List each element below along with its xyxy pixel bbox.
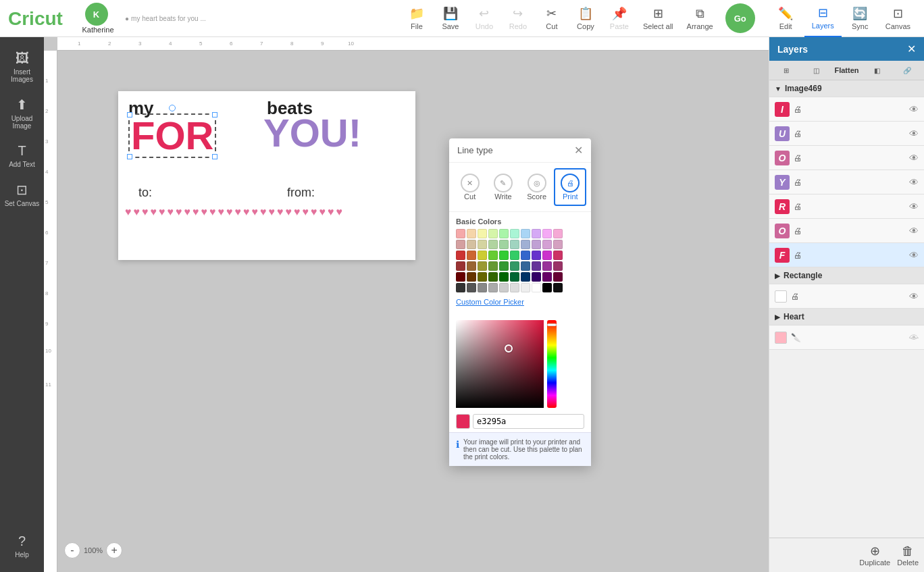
color-swatch[interactable] bbox=[499, 272, 509, 282]
sidebar-item-add-text[interactable]: T Add Text bbox=[0, 136, 44, 175]
color-swatch[interactable] bbox=[532, 229, 541, 238]
line-type-write[interactable]: ✎ Write bbox=[487, 168, 519, 206]
color-swatch[interactable] bbox=[542, 229, 552, 238]
color-swatch[interactable] bbox=[488, 272, 498, 282]
layer-item-heart[interactable]: 🔪 👁 bbox=[769, 326, 924, 350]
color-swatch[interactable] bbox=[510, 240, 519, 249]
color-swatch[interactable] bbox=[456, 229, 465, 238]
select-all-button[interactable]: ⊞ Select all bbox=[636, 0, 680, 37]
flatten-button[interactable]: Flatten bbox=[831, 63, 861, 77]
color-swatch[interactable] bbox=[532, 272, 541, 282]
color-swatch[interactable] bbox=[553, 240, 563, 249]
line-type-print[interactable]: 🖨 Print bbox=[554, 168, 586, 206]
layers-tool-3[interactable]: ◧ bbox=[863, 63, 892, 77]
layers-tool-1[interactable]: ⊞ bbox=[772, 63, 800, 77]
color-swatch[interactable] bbox=[488, 251, 498, 260]
color-swatch[interactable] bbox=[542, 261, 552, 271]
sidebar-item-set-canvas[interactable]: ⊡ Set Canvas bbox=[0, 175, 44, 214]
go-button[interactable]: Go bbox=[725, 3, 755, 33]
hex-input[interactable] bbox=[473, 414, 584, 429]
color-swatch[interactable] bbox=[456, 272, 465, 282]
undo-button[interactable]: ↩ Undo bbox=[467, 0, 501, 37]
color-swatch[interactable] bbox=[542, 272, 552, 282]
color-swatch[interactable] bbox=[467, 240, 476, 249]
color-swatch[interactable] bbox=[478, 261, 487, 271]
color-swatch[interactable] bbox=[499, 261, 509, 271]
color-swatch[interactable] bbox=[510, 251, 519, 260]
redo-button[interactable]: ↪ Redo bbox=[501, 0, 535, 37]
sync-button[interactable]: 🔄 Sync bbox=[842, 0, 879, 37]
eye-icon[interactable]: 👁 bbox=[909, 104, 919, 115]
eye-icon[interactable]: 👁 bbox=[909, 153, 919, 163]
color-swatch[interactable] bbox=[478, 240, 487, 249]
paste-button[interactable]: 📌 Paste bbox=[602, 0, 636, 37]
layer-item-Y[interactable]: Y 🖨 👁 bbox=[769, 170, 924, 194]
layer-item-I[interactable]: I 🖨 👁 bbox=[769, 97, 924, 122]
color-swatch[interactable] bbox=[467, 272, 476, 282]
line-type-cut[interactable]: ✕ Cut bbox=[454, 168, 486, 206]
layer-item-R[interactable]: R 🖨 👁 bbox=[769, 194, 924, 219]
edit-button[interactable]: ✏️ Edit bbox=[767, 0, 804, 37]
layer-group-heart[interactable]: ▶ Heart bbox=[769, 309, 924, 326]
color-gradient[interactable] bbox=[456, 320, 544, 408]
layer-item-F[interactable]: F 🖨 👁 bbox=[769, 243, 924, 267]
color-swatch[interactable] bbox=[542, 251, 552, 260]
color-swatch[interactable] bbox=[532, 283, 541, 292]
color-swatch[interactable] bbox=[488, 240, 498, 249]
color-swatch[interactable] bbox=[510, 261, 519, 271]
layer-item-U[interactable]: U 🖨 👁 bbox=[769, 122, 924, 146]
user-section[interactable]: K Katherine bbox=[78, 3, 118, 34]
popup-close-button[interactable]: ✕ bbox=[574, 144, 583, 157]
color-swatch[interactable] bbox=[532, 251, 541, 260]
color-swatch[interactable] bbox=[488, 261, 498, 271]
color-swatch[interactable] bbox=[510, 229, 519, 238]
color-swatch[interactable] bbox=[521, 251, 530, 260]
color-swatch[interactable] bbox=[478, 272, 487, 282]
copy-button[interactable]: 📋 Copy bbox=[569, 0, 602, 37]
color-swatch[interactable] bbox=[510, 272, 519, 282]
eye-icon[interactable]: 👁 bbox=[909, 250, 919, 261]
color-swatch[interactable] bbox=[553, 261, 563, 271]
custom-color-label[interactable]: Custom Color Picker bbox=[456, 298, 584, 306]
layer-item-O2[interactable]: O 🖨 👁 bbox=[769, 219, 924, 243]
color-swatch[interactable] bbox=[488, 283, 498, 292]
color-swatch[interactable] bbox=[499, 240, 509, 249]
delete-button[interactable]: 🗑 Delete bbox=[897, 544, 919, 567]
save-button[interactable]: 💾 Save bbox=[434, 0, 467, 37]
eye-hidden-icon[interactable]: 👁 bbox=[909, 332, 919, 343]
color-swatch[interactable] bbox=[467, 251, 476, 260]
color-swatch[interactable] bbox=[521, 272, 530, 282]
arrange-button[interactable]: ⧉ Arrange bbox=[680, 0, 720, 37]
zoom-out-button[interactable]: - bbox=[64, 542, 80, 558]
color-swatch[interactable] bbox=[510, 283, 519, 292]
color-swatch[interactable] bbox=[553, 272, 563, 282]
color-swatch[interactable] bbox=[542, 283, 552, 292]
color-swatch[interactable] bbox=[553, 229, 563, 238]
eye-icon[interactable]: 👁 bbox=[909, 201, 919, 212]
color-swatch[interactable] bbox=[478, 229, 487, 238]
layer-item-rectangle[interactable]: 🖨 👁 bbox=[769, 284, 924, 309]
duplicate-button[interactable]: ⊕ Duplicate bbox=[859, 544, 890, 567]
color-swatch[interactable] bbox=[532, 240, 541, 249]
layers-close-button[interactable]: ✕ bbox=[907, 43, 916, 55]
layer-group-rectangle[interactable]: ▶ Rectangle bbox=[769, 267, 924, 284]
color-swatch[interactable] bbox=[478, 283, 487, 292]
eye-icon[interactable]: 👁 bbox=[909, 226, 919, 236]
color-swatch[interactable] bbox=[532, 261, 541, 271]
color-swatch[interactable] bbox=[478, 251, 487, 260]
eye-icon[interactable]: 👁 bbox=[909, 177, 919, 188]
layers-tool-4[interactable]: 🔗 bbox=[893, 63, 921, 77]
color-swatch[interactable] bbox=[553, 251, 563, 260]
sidebar-item-insert-images[interactable]: 🖼 Insert Images bbox=[0, 44, 44, 90]
hue-slider[interactable] bbox=[547, 320, 557, 408]
file-button[interactable]: 📁 File bbox=[400, 0, 434, 37]
color-swatch[interactable] bbox=[467, 261, 476, 271]
color-swatch[interactable] bbox=[467, 229, 476, 238]
color-swatch[interactable] bbox=[456, 261, 465, 271]
sidebar-item-upload-image[interactable]: ⬆ Upload Image bbox=[0, 90, 44, 136]
layer-group-image469[interactable]: ▼ Image469 bbox=[769, 80, 924, 97]
eye-icon[interactable]: 👁 bbox=[909, 291, 919, 302]
color-swatch[interactable] bbox=[499, 251, 509, 260]
color-swatch[interactable] bbox=[456, 251, 465, 260]
color-swatch[interactable] bbox=[488, 229, 498, 238]
